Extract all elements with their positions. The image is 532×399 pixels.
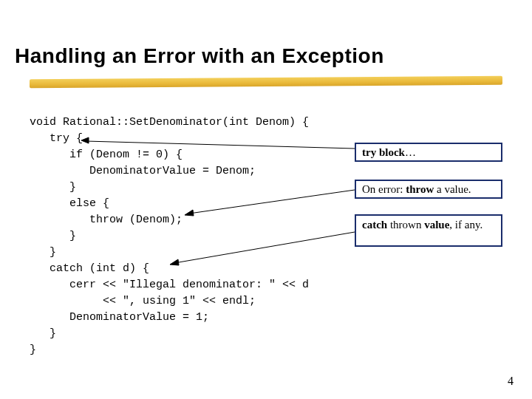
annotation-text: try block	[362, 146, 405, 158]
svg-line-0	[86, 141, 355, 149]
svg-line-2	[189, 190, 355, 214]
annotation-catch: catch thrown value, if any.	[355, 214, 502, 247]
annotation-text: value	[424, 219, 449, 231]
title-underline	[30, 78, 502, 91]
annotation-text: thrown	[387, 219, 424, 231]
annotation-text: catch	[362, 219, 387, 231]
svg-line-4	[174, 232, 355, 263]
arrow-throw	[185, 188, 355, 218]
svg-marker-3	[185, 210, 194, 216]
svg-marker-5	[170, 259, 179, 265]
svg-marker-1	[81, 137, 89, 143]
annotation-text: On error:	[362, 183, 406, 195]
slide-title: Handling an Error with an Exception	[15, 44, 517, 68]
annotation-tryblock: try block…	[355, 143, 502, 162]
arrow-tryblock	[81, 137, 355, 151]
annotation-text: , if any.	[449, 219, 482, 231]
annotation-text: throw	[406, 183, 434, 195]
annotation-text: a value.	[434, 183, 471, 195]
page-number: 4	[508, 375, 514, 388]
arrow-catch	[170, 231, 355, 267]
annotation-text: …	[405, 146, 416, 158]
annotation-onerror: On error: throw a value.	[355, 180, 502, 199]
